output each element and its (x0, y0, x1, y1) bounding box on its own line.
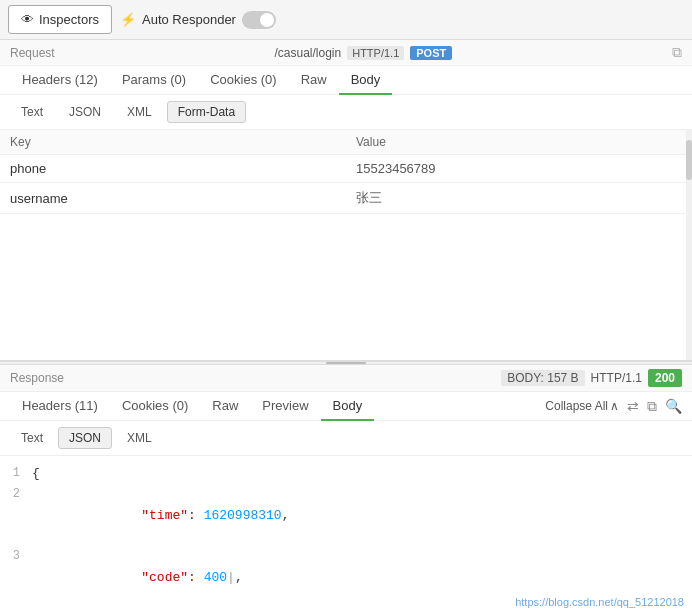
response-label: Response (10, 371, 64, 385)
request-format-tabs: Text JSON XML Form-Data (0, 95, 692, 130)
resp-tab-raw[interactable]: Raw (200, 392, 250, 421)
auto-responder-label: Auto Responder (142, 12, 236, 27)
line-num-1: 1 (0, 464, 32, 485)
response-http-version: HTTP/1.1 (591, 371, 642, 385)
row-phone-key: phone (0, 155, 346, 183)
resp-tab-cookies[interactable]: Cookies (0) (110, 392, 200, 421)
watermark: https://blog.csdn.net/qq_51212018 (515, 596, 684, 608)
collapse-all-btn[interactable]: Collapse All ∧ (545, 399, 619, 413)
resp-tab-body[interactable]: Body (321, 392, 375, 421)
response-body-size: BODY: 157 B (501, 370, 584, 386)
request-label: Request (10, 46, 55, 60)
request-sub-tabs: Headers (12) Params (0) Cookies (0) Raw … (0, 66, 692, 95)
request-http-version: HTTP/1.1 (347, 46, 404, 60)
request-table: Key Value phone 15523456789 username 张三 (0, 130, 692, 214)
json-content-1: { (32, 464, 692, 485)
request-url-path: /casual/login (274, 46, 341, 60)
request-method-badge: POST (410, 46, 452, 60)
eye-icon: 👁 (21, 12, 34, 27)
response-panel: Response BODY: 157 B HTTP/1.1 200 Header… (0, 365, 692, 612)
row-username-value: 张三 (346, 183, 692, 214)
main-layout: Request /casual/login HTTP/1.1 POST ⧉ He… (0, 40, 692, 612)
drag-handle-line (326, 362, 366, 364)
request-scrollbar-thumb (686, 140, 692, 180)
json-line-2: 2 "time": 1620998310, (0, 485, 692, 547)
tab-headers[interactable]: Headers (12) (10, 66, 110, 95)
tab-body[interactable]: Body (339, 66, 393, 95)
response-status-badge: 200 (648, 369, 682, 387)
line-num-2: 2 (0, 485, 32, 547)
copy-response-icon[interactable]: ⧉ (647, 398, 657, 415)
auto-responder-toggle[interactable] (242, 11, 276, 29)
auto-responder-group: ⚡ Auto Responder (120, 11, 276, 29)
lightning-icon: ⚡ (120, 12, 136, 27)
inspectors-label: Inspectors (39, 12, 99, 27)
response-tabs-left: Headers (11) Cookies (0) Raw Preview Bod… (10, 392, 374, 420)
line-num-3: 3 (0, 547, 32, 609)
request-scrollbar[interactable] (686, 130, 692, 360)
json-line-1: 1 { (0, 464, 692, 485)
fmt-xml[interactable]: XML (116, 101, 163, 123)
json-viewer: 1 { 2 "time": 1620998310, 3 "code": 400|… (0, 456, 692, 612)
top-tab-bar: 👁 Inspectors ⚡ Auto Responder (0, 0, 692, 40)
resp-tab-headers[interactable]: Headers (11) (10, 392, 110, 421)
response-tabs-right: Collapse All ∧ ⇄ ⧉ 🔍 (545, 398, 682, 415)
tab-cookies[interactable]: Cookies (0) (198, 66, 288, 95)
fmt-formdata[interactable]: Form-Data (167, 101, 246, 123)
inspectors-tab[interactable]: 👁 Inspectors (8, 5, 112, 34)
resp-fmt-xml[interactable]: XML (116, 427, 163, 449)
response-sub-tabs: Headers (11) Cookies (0) Raw Preview Bod… (0, 392, 692, 421)
tab-raw[interactable]: Raw (289, 66, 339, 95)
request-url-info: /casual/login HTTP/1.1 POST (274, 46, 452, 60)
request-header-row: Request /casual/login HTTP/1.1 POST ⧉ (0, 40, 692, 66)
row-phone-value: 15523456789 (346, 155, 692, 183)
json-content-2: "time": 1620998310, (32, 485, 692, 547)
resp-fmt-json[interactable]: JSON (58, 427, 112, 449)
table-row: username 张三 (0, 183, 692, 214)
fmt-text[interactable]: Text (10, 101, 54, 123)
table-row: phone 15523456789 (0, 155, 692, 183)
resp-tab-preview[interactable]: Preview (250, 392, 320, 421)
resp-fmt-text[interactable]: Text (10, 427, 54, 449)
response-format-tabs: Text JSON XML (0, 421, 692, 456)
copy-icon[interactable]: ⧉ (672, 44, 682, 61)
row-username-key: username (0, 183, 346, 214)
request-panel: Request /casual/login HTTP/1.1 POST ⧉ He… (0, 40, 692, 361)
fmt-json[interactable]: JSON (58, 101, 112, 123)
response-header-row: Response BODY: 157 B HTTP/1.1 200 (0, 365, 692, 392)
col-key: Key (0, 130, 346, 155)
tab-params[interactable]: Params (0) (110, 66, 198, 95)
chevron-up-icon: ∧ (610, 399, 619, 413)
col-value: Value (346, 130, 692, 155)
collapse-all-label: Collapse All (545, 399, 608, 413)
request-body-content: Key Value phone 15523456789 username 张三 (0, 130, 692, 360)
response-right-info: BODY: 157 B HTTP/1.1 200 (501, 369, 682, 387)
filter-icon[interactable]: ⇄ (627, 398, 639, 414)
search-icon[interactable]: 🔍 (665, 398, 682, 414)
